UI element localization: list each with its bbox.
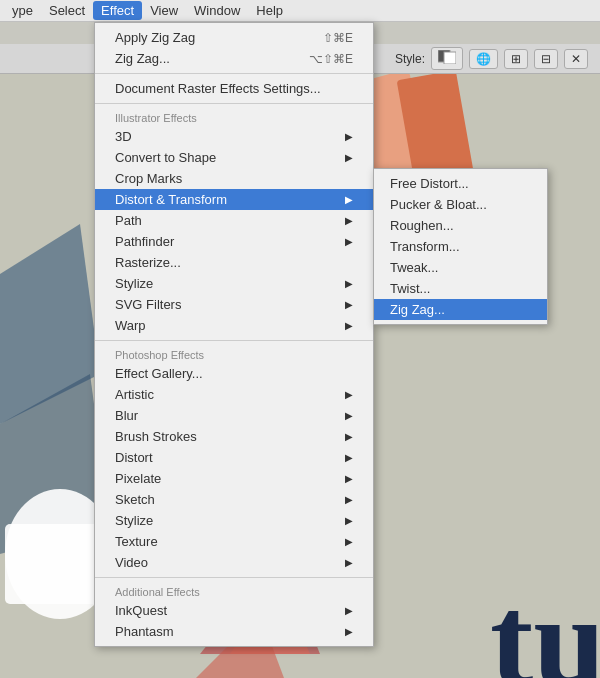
menu-item-sketch[interactable]: Sketch ▶ [95, 489, 373, 510]
svg-marker-5 [0, 224, 100, 424]
arrow-icon: ▶ [345, 131, 353, 142]
arrow-icon: ▶ [345, 299, 353, 310]
submenu-zig-zag[interactable]: Zig Zag... [374, 299, 547, 320]
grid-icon[interactable]: ⊞ [504, 49, 528, 69]
arrow-icon: ▶ [345, 320, 353, 331]
menu-item-effect-gallery[interactable]: Effect Gallery... [95, 363, 373, 384]
arrow-icon: ▶ [345, 194, 353, 205]
menu-item-crop-marks[interactable]: Crop Marks [95, 168, 373, 189]
menubar-type[interactable]: ype [4, 1, 41, 20]
submenu-pucker-bloat[interactable]: Pucker & Bloat... [374, 194, 547, 215]
menu-item-svg-filters[interactable]: SVG Filters ▶ [95, 294, 373, 315]
svg-text:tu: tu [490, 568, 600, 678]
submenu-roughen[interactable]: Roughen... [374, 215, 547, 236]
menubar-select[interactable]: Select [41, 1, 93, 20]
arrow-icon: ▶ [345, 557, 353, 568]
arrow-icon: ▶ [345, 515, 353, 526]
menu-item-phantasm[interactable]: Phantasm ▶ [95, 621, 373, 642]
separator-3 [95, 340, 373, 341]
menu-item-convert-to-shape[interactable]: Convert to Shape ▶ [95, 147, 373, 168]
arrow-icon: ▶ [345, 278, 353, 289]
x-icon[interactable]: ✕ [564, 49, 588, 69]
section-illustrator: Illustrator Effects [95, 108, 373, 126]
arrow-icon: ▶ [345, 236, 353, 247]
menu-item-distort-transform[interactable]: Distort & Transform ▶ [95, 189, 373, 210]
arrow-icon: ▶ [345, 431, 353, 442]
menubar-effect[interactable]: Effect [93, 1, 142, 20]
menubar-help[interactable]: Help [248, 1, 291, 20]
menu-item-blur[interactable]: Blur ▶ [95, 405, 373, 426]
menu-item-video[interactable]: Video ▶ [95, 552, 373, 573]
separator-1 [95, 73, 373, 74]
arrow-icon: ▶ [345, 215, 353, 226]
menu-item-artistic[interactable]: Artistic ▶ [95, 384, 373, 405]
menu-item-zig-zag[interactable]: Zig Zag... ⌥⇧⌘E [95, 48, 373, 69]
menu-item-path[interactable]: Path ▶ [95, 210, 373, 231]
menu-item-stylize-ps[interactable]: Stylize ▶ [95, 510, 373, 531]
arrow-icon: ▶ [345, 452, 353, 463]
submenu-free-distort[interactable]: Free Distort... [374, 173, 547, 194]
arrow-icon: ▶ [345, 473, 353, 484]
menu-item-inkquest[interactable]: InkQuest ▶ [95, 600, 373, 621]
style-swatch[interactable] [431, 47, 463, 70]
distort-submenu: Free Distort... Pucker & Bloat... Roughe… [373, 168, 548, 325]
menu-item-warp[interactable]: Warp ▶ [95, 315, 373, 336]
submenu-tweak[interactable]: Tweak... [374, 257, 547, 278]
grid2-icon[interactable]: ⊟ [534, 49, 558, 69]
submenu-twist[interactable]: Twist... [374, 278, 547, 299]
arrow-icon: ▶ [345, 536, 353, 547]
globe-icon[interactable]: 🌐 [469, 49, 498, 69]
section-photoshop: Photoshop Effects [95, 345, 373, 363]
menu-item-apply-zig-zag[interactable]: Apply Zig Zag ⇧⌘E [95, 27, 373, 48]
menu-item-rasterize[interactable]: Rasterize... [95, 252, 373, 273]
menu-item-3d[interactable]: 3D ▶ [95, 126, 373, 147]
main-dropdown: Apply Zig Zag ⇧⌘E Zig Zag... ⌥⇧⌘E Docume… [94, 22, 374, 647]
menu-item-stylize-ill[interactable]: Stylize ▶ [95, 273, 373, 294]
arrow-icon: ▶ [345, 605, 353, 616]
menubar-window[interactable]: Window [186, 1, 248, 20]
menu-item-distort[interactable]: Distort ▶ [95, 447, 373, 468]
arrow-icon: ▶ [345, 626, 353, 637]
toolbar-right: Style: 🌐 ⊞ ⊟ ✕ [395, 47, 596, 70]
submenu-transform[interactable]: Transform... [374, 236, 547, 257]
arrow-icon: ▶ [345, 494, 353, 505]
menubar: ype Select Effect View Window Help [0, 0, 600, 22]
menu-item-document-raster[interactable]: Document Raster Effects Settings... [95, 78, 373, 99]
menu-item-pathfinder[interactable]: Pathfinder ▶ [95, 231, 373, 252]
menu-item-pixelate[interactable]: Pixelate ▶ [95, 468, 373, 489]
arrow-icon: ▶ [345, 410, 353, 421]
menu-item-texture[interactable]: Texture ▶ [95, 531, 373, 552]
section-additional: Additional Effects [95, 582, 373, 600]
arrow-icon: ▶ [345, 152, 353, 163]
menubar-view[interactable]: View [142, 1, 186, 20]
svg-rect-1 [444, 52, 456, 64]
style-label: Style: [395, 52, 425, 66]
separator-4 [95, 577, 373, 578]
arrow-icon: ▶ [345, 389, 353, 400]
separator-2 [95, 103, 373, 104]
menu-item-brush-strokes[interactable]: Brush Strokes ▶ [95, 426, 373, 447]
